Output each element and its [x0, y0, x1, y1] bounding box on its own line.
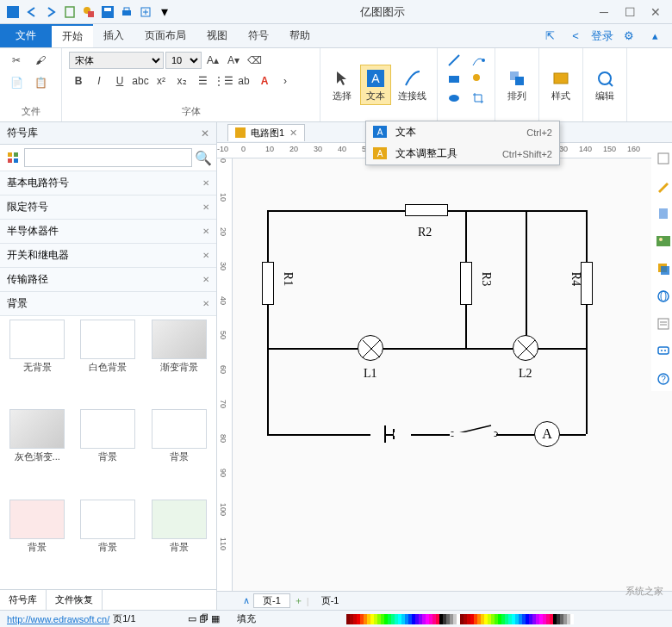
paste-icon[interactable]: 📋: [31, 74, 50, 91]
font-size-select[interactable]: 10: [165, 52, 202, 69]
tool-page-icon[interactable]: [655, 205, 672, 222]
connector-button[interactable]: 连接线: [395, 65, 430, 104]
menu-start[interactable]: 开始: [52, 24, 93, 47]
category-close-icon[interactable]: ✕: [202, 299, 209, 308]
category-item[interactable]: 传输路径✕: [0, 268, 216, 292]
menu-layout[interactable]: 页面布局: [134, 24, 196, 47]
app-icon[interactable]: [3, 3, 22, 22]
thumb-item[interactable]: 背景: [74, 409, 141, 495]
sidebar-lib-icon[interactable]: [3, 148, 22, 167]
copy-icon[interactable]: 📄: [7, 74, 26, 91]
qat-dropdown-icon[interactable]: ▾: [155, 3, 174, 22]
grow-font-icon[interactable]: A▴: [203, 52, 222, 69]
menu-symbol[interactable]: 符号: [238, 24, 279, 47]
rect-tool-icon[interactable]: [445, 71, 464, 88]
doc-tab[interactable]: 电路图1 ✕: [227, 124, 305, 141]
category-item[interactable]: 开关和继电器✕: [0, 244, 216, 268]
page-add-icon[interactable]: ＋: [294, 594, 303, 607]
thumb-item[interactable]: 白色背景: [74, 320, 141, 406]
curve-tool-icon[interactable]: [469, 52, 488, 69]
strike-icon[interactable]: abc: [131, 72, 150, 90]
tool-new-icon[interactable]: [655, 150, 672, 167]
tool-globe-icon[interactable]: [655, 288, 672, 305]
more-font-icon[interactable]: ›: [276, 72, 295, 90]
highlight-icon[interactable]: ab: [234, 72, 253, 90]
dropdown-item-text-adjust[interactable]: A 文本调整工具 Ctrl+Shift+2: [366, 143, 559, 165]
status-view-icons[interactable]: ▭ 🗐 ▦: [188, 613, 220, 624]
gear-icon[interactable]: ⚙: [619, 28, 639, 45]
save-icon[interactable]: [98, 3, 117, 22]
thumb-item[interactable]: 背景: [74, 500, 141, 586]
shape-tool-icon[interactable]: [469, 71, 488, 88]
tool-layers-icon[interactable]: [655, 260, 672, 277]
font-name-select[interactable]: 宋体: [69, 52, 164, 69]
page-nav-prev-icon[interactable]: ∧: [243, 595, 250, 606]
doc-tab-close-icon[interactable]: ✕: [289, 127, 297, 139]
minimize-button[interactable]: ─: [591, 3, 617, 22]
cut-icon[interactable]: ✂: [7, 52, 26, 69]
print-icon[interactable]: [117, 3, 136, 22]
format-painter-icon[interactable]: 🖌: [31, 52, 50, 69]
page-tab-1[interactable]: 页-1: [253, 593, 290, 608]
close-button[interactable]: ✕: [643, 3, 669, 22]
dropdown-item-text[interactable]: A 文本 Ctrl+2: [366, 121, 559, 143]
category-close-icon[interactable]: ✕: [202, 275, 209, 284]
thumb-item[interactable]: 渐变背景: [146, 320, 213, 406]
clear-format-icon[interactable]: ⌫: [245, 52, 264, 69]
undo-icon[interactable]: [22, 3, 41, 22]
page-tab-2[interactable]: 页-1: [313, 594, 348, 607]
style-button[interactable]: 样式: [546, 65, 576, 104]
edit-button[interactable]: 编辑: [590, 65, 619, 104]
thumb-item[interactable]: 无背景: [3, 320, 71, 406]
menu-view[interactable]: 视图: [196, 24, 238, 47]
line-spacing-icon[interactable]: ☰: [193, 72, 212, 90]
new-icon[interactable]: [60, 3, 79, 22]
bullets-icon[interactable]: ⋮☰: [214, 72, 233, 90]
line-tool-icon[interactable]: [445, 52, 464, 69]
subscript-icon[interactable]: x₂: [172, 72, 191, 90]
canvas[interactable]: R1 R2 R3 R4 L1: [233, 158, 672, 591]
category-close-icon[interactable]: ✕: [202, 178, 209, 188]
select-button[interactable]: 选择: [327, 65, 357, 104]
arrange-button[interactable]: 排列: [502, 65, 532, 104]
sidebar-search-input[interactable]: [24, 148, 192, 167]
status-url[interactable]: http://www.edrawsoft.cn/: [7, 614, 109, 624]
color-swatches[interactable]: [256, 614, 665, 624]
login-link[interactable]: 登录: [591, 28, 613, 45]
tool-image-icon[interactable]: [655, 233, 672, 250]
text-button[interactable]: A 文本: [360, 65, 391, 105]
tool-pen-icon[interactable]: [655, 177, 672, 195]
sidebar-tab-recover[interactable]: 文件恢复: [47, 590, 103, 610]
redo-icon[interactable]: [41, 3, 60, 22]
thumb-item[interactable]: 灰色渐变...: [3, 409, 71, 495]
share-icon[interactable]: <: [565, 28, 586, 45]
category-item[interactable]: 背景✕: [0, 292, 216, 316]
menu-insert[interactable]: 插入: [93, 24, 134, 47]
category-close-icon[interactable]: ✕: [202, 251, 209, 260]
tool-help-icon[interactable]: ?: [655, 370, 672, 388]
thumb-item[interactable]: 背景: [3, 500, 71, 586]
tool-comment-icon[interactable]: [655, 343, 672, 360]
shrink-font-icon[interactable]: A▾: [224, 52, 243, 69]
search-icon[interactable]: 🔍: [194, 148, 213, 167]
category-close-icon[interactable]: ✕: [202, 202, 209, 212]
menu-help[interactable]: 帮助: [279, 24, 320, 47]
collapse-ribbon-icon[interactable]: ▴: [644, 28, 665, 45]
superscript-icon[interactable]: x²: [152, 72, 171, 90]
ellipse-tool-icon[interactable]: [445, 90, 464, 107]
tool-note-icon[interactable]: [655, 315, 672, 332]
sidebar-close-icon[interactable]: ✕: [201, 127, 209, 140]
menu-file[interactable]: 文件: [0, 24, 52, 47]
bold-icon[interactable]: B: [69, 72, 88, 90]
export-icon[interactable]: [136, 3, 155, 22]
thumb-item[interactable]: 背景: [146, 500, 213, 586]
sidebar-tab-library[interactable]: 符号库: [0, 590, 47, 610]
category-close-icon[interactable]: ✕: [202, 227, 209, 236]
maximize-button[interactable]: ☐: [617, 3, 643, 22]
category-item[interactable]: 半导体器件✕: [0, 220, 216, 244]
underline-icon[interactable]: U: [110, 72, 129, 90]
category-item[interactable]: 基本电路符号✕: [0, 171, 216, 196]
font-color-icon[interactable]: A: [255, 72, 274, 90]
thumb-item[interactable]: 背景: [146, 409, 213, 495]
shapes-icon[interactable]: [79, 3, 98, 22]
